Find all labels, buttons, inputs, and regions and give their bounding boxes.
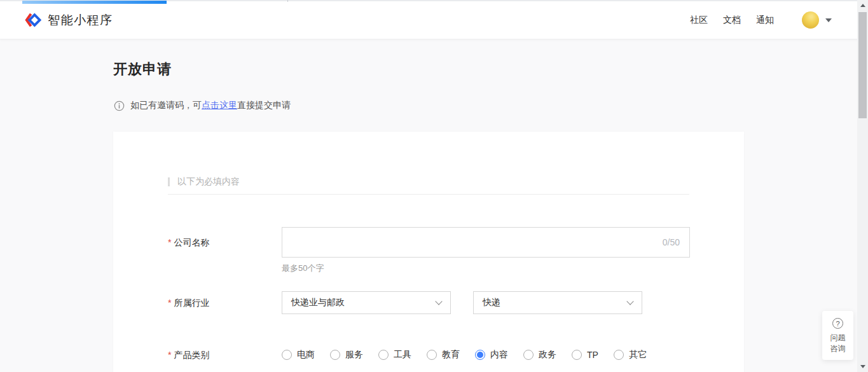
- radio-option-tp[interactable]: TP: [572, 350, 598, 360]
- product-category-label: *产品类别: [168, 350, 209, 361]
- help-widget[interactable]: ? 问题 咨询: [822, 311, 853, 360]
- radio-option-label: 教育: [442, 349, 460, 361]
- product-category-label-text: 产品类别: [174, 350, 209, 360]
- company-name-label: *公司名称: [168, 237, 209, 249]
- radio-option-label: 内容: [490, 349, 508, 361]
- chevron-down-icon: [626, 298, 633, 305]
- notice-text: 如已有邀请码，可点击这里直接提交申请: [130, 100, 291, 111]
- question-mark-icon: ?: [832, 318, 843, 329]
- page-loading-bar: [22, 1, 167, 4]
- industry-secondary-value: 快递: [483, 297, 500, 308]
- radio-circle-icon[interactable]: [427, 350, 437, 360]
- notice-suffix: 直接提交申请: [237, 100, 291, 110]
- required-mark: *: [168, 350, 171, 360]
- header-nav: 社区文档通知: [690, 15, 774, 26]
- user-menu[interactable]: [802, 11, 832, 29]
- radio-circle-icon[interactable]: [572, 350, 582, 360]
- company-name-field: 0/50: [282, 227, 690, 258]
- radio-option-label: 其它: [629, 349, 647, 361]
- nav-item-notifications[interactable]: 通知: [756, 15, 774, 26]
- radio-option-tools[interactable]: 工具: [378, 349, 411, 361]
- chevron-down-icon: [435, 298, 442, 305]
- chevron-down-icon[interactable]: [825, 18, 832, 22]
- radio-circle-icon[interactable]: [523, 350, 534, 360]
- radio-circle-icon[interactable]: [282, 350, 292, 360]
- info-icon: [114, 100, 125, 111]
- brand-logo-text: 智能小程序: [48, 12, 113, 29]
- radio-circle-icon[interactable]: [330, 350, 340, 360]
- app-root: 智能小程序 社区文档通知 开放申请 如已有邀请码，可点击这里直接提交申请 以下为…: [0, 0, 868, 372]
- industry-label: *所属行业: [168, 298, 209, 309]
- industry-secondary-select[interactable]: 快递: [473, 291, 642, 314]
- scroll-down-button[interactable]: [857, 361, 868, 372]
- invite-code-notice: 如已有邀请码，可点击这里直接提交申请: [114, 100, 291, 111]
- radio-option-label: 电商: [297, 349, 315, 361]
- nav-item-community[interactable]: 社区: [690, 15, 708, 26]
- vertical-scrollbar[interactable]: [857, 0, 868, 372]
- top-header: 智能小程序 社区文档通知: [0, 1, 868, 39]
- radio-option-service[interactable]: 服务: [330, 349, 363, 361]
- arrow-up-icon: [860, 4, 865, 7]
- industry-primary-value: 快递业与邮政: [291, 297, 345, 308]
- page-title: 开放申请: [113, 60, 172, 79]
- scrollbar-thumb[interactable]: [858, 12, 867, 118]
- scroll-up-button[interactable]: [857, 0, 868, 11]
- help-label-line2: 咨询: [830, 343, 846, 354]
- section-title: 以下为必填内容: [177, 176, 240, 188]
- radio-option-other[interactable]: 其它: [614, 349, 647, 361]
- radio-option-ecommerce[interactable]: 电商: [282, 349, 315, 361]
- user-avatar[interactable]: [802, 11, 819, 29]
- industry-primary-select[interactable]: 快递业与邮政: [282, 291, 451, 314]
- radio-option-education[interactable]: 教育: [427, 349, 460, 361]
- section-marker: [168, 177, 170, 186]
- radio-option-content[interactable]: 内容: [475, 349, 508, 361]
- product-category-options: 电商服务工具教育内容政务TP其它: [282, 349, 662, 361]
- radio-option-label: 政务: [539, 349, 556, 361]
- company-name-input[interactable]: [282, 227, 690, 258]
- brand-logo-icon: [24, 11, 41, 29]
- radio-option-label: TP: [587, 350, 598, 360]
- required-mark: *: [168, 298, 171, 308]
- radio-option-label: 服务: [345, 349, 363, 361]
- radio-option-label: 工具: [394, 349, 411, 361]
- radio-circle-icon[interactable]: [378, 350, 389, 360]
- nav-item-docs[interactable]: 文档: [723, 15, 741, 26]
- application-form-card: 以下为必填内容 *公司名称 0/50 最多50个字 *所属行业 快递业与邮政 快…: [113, 132, 744, 372]
- radio-circle-icon[interactable]: [475, 350, 485, 360]
- radio-option-government[interactable]: 政务: [523, 349, 556, 361]
- industry-label-text: 所属行业: [174, 298, 209, 308]
- company-name-helper: 最多50个字: [282, 263, 324, 274]
- invite-code-link[interactable]: 点击这里: [202, 100, 237, 110]
- section-divider: [168, 194, 689, 195]
- browser-tab-separator: [287, 0, 288, 2]
- brand-logo[interactable]: 智能小程序: [24, 11, 113, 29]
- required-section-header: 以下为必填内容: [168, 176, 240, 188]
- help-label-line1: 问题: [830, 333, 846, 343]
- company-name-label-text: 公司名称: [174, 237, 209, 247]
- arrow-down-icon: [860, 365, 865, 368]
- required-mark: *: [168, 237, 171, 247]
- notice-prefix: 如已有邀请码，可: [130, 100, 202, 110]
- radio-circle-icon[interactable]: [614, 350, 624, 360]
